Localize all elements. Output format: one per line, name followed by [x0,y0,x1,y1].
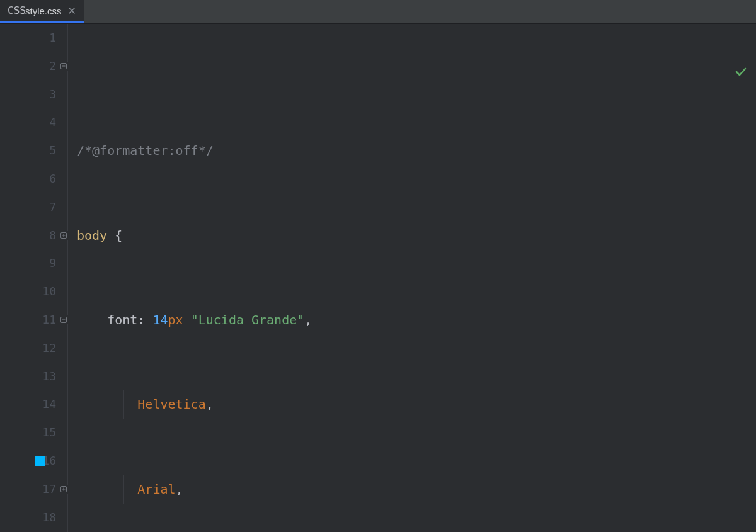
line-number: 5 [40,137,56,165]
line-number: 17 [40,475,56,504]
line-number: 18 [40,504,56,532]
color-swatch-icon[interactable] [35,456,45,466]
code-line: /*@formatter:off*/ [77,137,756,165]
line-number: 12 [40,334,56,363]
fold-expand-icon[interactable] [59,485,68,494]
gutter: 1 2 3 4 5 6 7 8 9 10 11 12 13 14 15 16 1… [0,24,68,532]
line-number: 9 [40,249,56,278]
close-icon[interactable] [67,6,77,16]
code-line: Helvetica, [77,390,756,419]
tab-filename: style.css [25,6,62,16]
tab-bar: CSS style.css [0,0,756,24]
code-area[interactable]: /*@formatter:off*/ body { font: 14px "Lu… [68,24,756,532]
code-editor[interactable]: 1 2 3 4 5 6 7 8 9 10 11 12 13 14 15 16 1… [0,24,756,532]
line-number: 2 [40,52,56,81]
code-line: Arial, [77,475,756,504]
line-number: 13 [40,363,56,391]
line-number: 3 [40,81,56,109]
fold-expand-icon[interactable] [59,231,68,240]
line-number: 11 [40,306,56,334]
line-number: 14 [40,390,56,419]
css-file-icon: CSS [8,4,20,17]
line-number: 8 [40,222,56,250]
line-number: 15 [40,419,56,447]
line-number: 4 [40,108,56,137]
code-line: body { [77,222,756,250]
line-number: 7 [40,193,56,222]
code-line: font: 14px "Lucida Grande", [77,306,756,334]
editor-tab[interactable]: CSS style.css [0,0,84,23]
fold-collapse-icon[interactable] [59,62,68,71]
line-number: 1 [40,24,56,52]
line-number: 10 [40,278,56,306]
inspection-ok-icon[interactable] [689,31,747,116]
line-number: 6 [40,165,56,193]
fold-collapse-icon[interactable] [59,315,68,324]
